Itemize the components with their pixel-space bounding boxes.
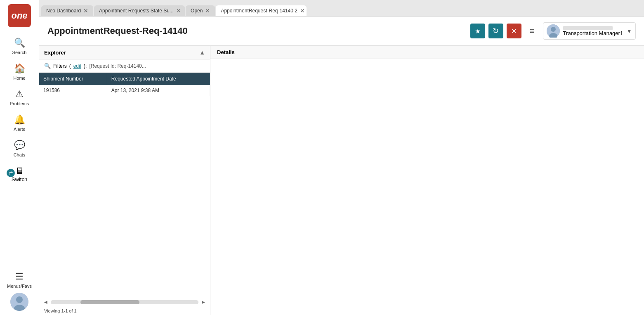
- explorer-collapse-button[interactable]: ▲: [199, 49, 205, 56]
- tab-appointment-requests-close[interactable]: ✕: [176, 8, 181, 14]
- filters-paren-close: ):: [84, 63, 87, 69]
- details-header: Details: [210, 46, 644, 59]
- sidebar: one 🔍 Search 🏠 Home ⚠ Problems 🔔 Alerts …: [0, 0, 39, 315]
- sidebar-item-menus[interactable]: ☰ Menus/Favs: [0, 267, 39, 293]
- tab-appointment-request-req-label: AppointmentRequest-Req-14140 2: [221, 8, 297, 14]
- tab-appointment-requests[interactable]: Appointment Requests State Su... ✕: [94, 5, 185, 16]
- app-logo[interactable]: one: [8, 4, 31, 27]
- cell-appointment-date: Apr 13, 2021 9:38 AM: [107, 85, 210, 96]
- sidebar-item-switch-label: Switch: [12, 176, 27, 182]
- tab-appointment-request-req-close[interactable]: ✕: [300, 8, 305, 14]
- scrollbar-track[interactable]: [51, 300, 198, 304]
- svg-point-1: [16, 296, 23, 303]
- page-header: AppointmentRequest-Req-14140 ★ ↻ ✕ ≡ Tra…: [39, 17, 644, 46]
- logo-text: one: [11, 10, 27, 21]
- explorer-panel: Explorer ▲ 🔍 Filters ( edit ): [Request …: [39, 46, 210, 315]
- warning-icon: ⚠: [15, 89, 24, 99]
- refresh-button[interactable]: ↻: [488, 24, 503, 38]
- user-avatar-sidebar[interactable]: [10, 293, 28, 311]
- switch-icon: 🖥: [15, 166, 24, 176]
- scrollbar-area: ◀ ▶: [39, 297, 210, 307]
- tab-open-close[interactable]: ✕: [205, 8, 210, 14]
- tab-neo-dashboard[interactable]: Neo Dashboard ✕: [41, 5, 93, 16]
- sidebar-item-alerts-label: Alerts: [14, 127, 25, 132]
- user-info: Transportation Manager1: [563, 26, 623, 36]
- cell-shipment-number: 191586: [39, 85, 107, 96]
- sidebar-item-search-label: Search: [12, 50, 27, 55]
- star-button[interactable]: ★: [470, 24, 485, 38]
- filters-label: Filters: [53, 63, 67, 69]
- home-icon: 🏠: [14, 63, 25, 74]
- table-row[interactable]: 191586Apr 13, 2021 9:38 AM: [39, 85, 210, 96]
- sidebar-item-alerts[interactable]: 🔔 Alerts: [0, 110, 39, 136]
- tab-neo-dashboard-label: Neo Dashboard: [46, 8, 81, 14]
- sidebar-item-home[interactable]: 🏠 Home: [0, 59, 39, 85]
- svg-point-4: [551, 27, 556, 32]
- tab-appointment-request-req[interactable]: AppointmentRequest-Req-14140 2 ✕: [216, 5, 307, 16]
- scroll-left-arrow[interactable]: ◀: [42, 299, 49, 305]
- user-area[interactable]: Transportation Manager1 ▼: [543, 22, 636, 40]
- tab-open[interactable]: Open ✕: [186, 5, 215, 16]
- sidebar-item-menus-label: Menus/Favs: [7, 284, 32, 289]
- user-dropdown-chevron[interactable]: ▼: [626, 28, 632, 34]
- col-shipment-number[interactable]: Shipment Number: [39, 73, 107, 85]
- explorer-panel-header: Explorer ▲: [39, 46, 210, 59]
- details-title: Details: [217, 49, 235, 55]
- sidebar-item-problems[interactable]: ⚠ Problems: [0, 85, 39, 110]
- explorer-table-container: Shipment Number Requested Appointment Da…: [39, 73, 210, 297]
- explorer-table: Shipment Number Requested Appointment Da…: [39, 73, 210, 96]
- sidebar-item-home-label: Home: [13, 76, 25, 81]
- details-panel: Details: [210, 46, 644, 315]
- page-title: AppointmentRequest-Req-14140: [47, 26, 465, 36]
- tab-appointment-requests-label: Appointment Requests State Su...: [99, 8, 174, 14]
- col-appointment-date[interactable]: Requested Appointment Date: [107, 73, 210, 85]
- filters-value: [Request Id: Req-14140...: [89, 63, 146, 69]
- main-content: Neo Dashboard ✕ Appointment Requests Sta…: [39, 0, 644, 315]
- filters-search-icon: 🔍: [44, 63, 51, 69]
- details-content: [210, 59, 644, 72]
- menu-lines-icon: ☰: [15, 271, 24, 282]
- tab-bar: Neo Dashboard ✕ Appointment Requests Sta…: [39, 0, 644, 17]
- switch-badge: ⇄: [7, 169, 15, 177]
- content-area: Explorer ▲ 🔍 Filters ( edit ): [Request …: [39, 46, 644, 315]
- sidebar-item-problems-label: Problems: [10, 101, 29, 106]
- filters-paren-open: (: [69, 63, 71, 69]
- sidebar-item-switch[interactable]: 🖥 ⇄ Switch: [0, 161, 39, 187]
- close-record-button[interactable]: ✕: [507, 24, 521, 38]
- scroll-right-arrow[interactable]: ▶: [200, 299, 207, 305]
- sidebar-bottom: ☰ Menus/Favs: [0, 267, 39, 311]
- sidebar-item-search[interactable]: 🔍 Search: [0, 33, 39, 59]
- search-icon: 🔍: [14, 38, 25, 48]
- tab-neo-dashboard-close[interactable]: ✕: [83, 8, 88, 14]
- viewing-text: Viewing 1-1 of 1: [39, 307, 210, 315]
- scrollbar-thumb: [80, 300, 139, 304]
- bell-icon: 🔔: [14, 114, 25, 125]
- menu-button[interactable]: ≡: [526, 25, 538, 38]
- sidebar-item-chats[interactable]: 💬 Chats: [0, 136, 39, 161]
- sidebar-item-chats-label: Chats: [14, 152, 26, 157]
- filters-edit-link[interactable]: edit: [73, 63, 81, 69]
- user-role: Transportation Manager1: [563, 30, 623, 36]
- header-actions: ★ ↻ ✕: [470, 24, 521, 38]
- explorer-title: Explorer: [44, 50, 66, 56]
- tab-open-label: Open: [191, 8, 203, 14]
- filters-bar: 🔍 Filters ( edit ): [Request Id: Req-141…: [39, 59, 210, 73]
- chat-icon: 💬: [14, 140, 25, 151]
- user-name-blurred: [563, 26, 613, 30]
- user-avatar: [547, 24, 560, 38]
